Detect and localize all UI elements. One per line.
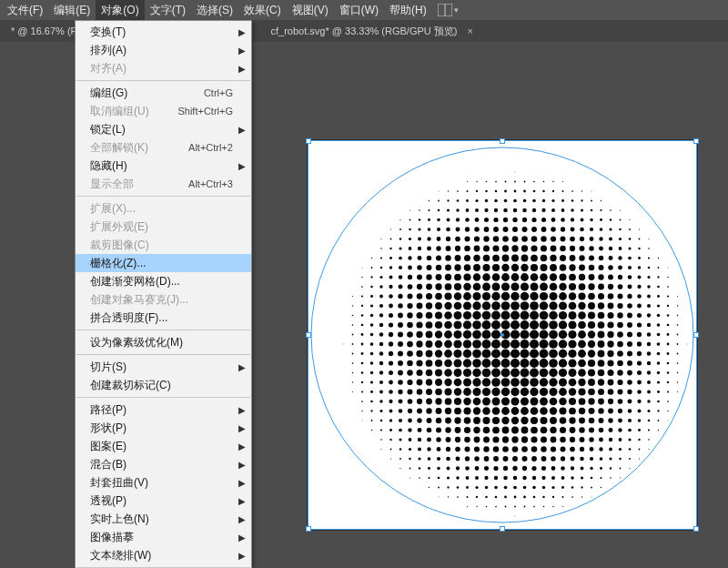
svg-point-417 bbox=[677, 315, 679, 317]
menu-file[interactable]: 文件(F) bbox=[2, 0, 48, 20]
svg-point-486 bbox=[667, 333, 670, 336]
svg-point-688 bbox=[569, 388, 576, 395]
menu-item[interactable]: 实时上色(N)▶ bbox=[76, 510, 251, 528]
menu-item[interactable]: 切片(S)▶ bbox=[76, 358, 251, 376]
menu-item[interactable]: 透视(P)▶ bbox=[76, 492, 251, 510]
menu-item[interactable]: 创建裁切标记(C) bbox=[76, 376, 251, 394]
svg-point-251 bbox=[399, 275, 403, 279]
menu-object[interactable]: 对象(O) bbox=[96, 0, 144, 20]
svg-point-539 bbox=[482, 350, 491, 359]
svg-point-737 bbox=[399, 409, 403, 413]
svg-point-277 bbox=[647, 276, 650, 279]
menu-item[interactable]: 隐藏(H)▶ bbox=[76, 157, 251, 175]
svg-point-173 bbox=[560, 246, 566, 252]
svg-point-759 bbox=[608, 409, 613, 414]
svg-point-537 bbox=[463, 350, 471, 358]
menu-help[interactable]: 帮助(H) bbox=[384, 0, 432, 20]
menu-item[interactable]: 图像描摹▶ bbox=[76, 528, 251, 546]
svg-point-951 bbox=[513, 476, 518, 481]
svg-point-846 bbox=[531, 436, 537, 442]
svg-point-994 bbox=[552, 496, 554, 498]
svg-point-1000 bbox=[476, 506, 477, 507]
svg-point-808 bbox=[455, 427, 461, 433]
svg-point-114 bbox=[541, 227, 547, 232]
svg-point-191 bbox=[445, 255, 450, 260]
chevron-down-icon[interactable]: ▾ bbox=[454, 5, 459, 15]
svg-point-107 bbox=[474, 227, 480, 232]
svg-point-762 bbox=[638, 410, 642, 413]
svg-point-855 bbox=[619, 438, 622, 441]
svg-point-751 bbox=[531, 407, 539, 415]
menu-select[interactable]: 选择(S) bbox=[191, 0, 238, 20]
svg-point-270 bbox=[579, 274, 585, 280]
menu-item[interactable]: 锁定(L)▶ bbox=[76, 120, 251, 138]
menu-item[interactable]: 拼合透明度(F)... bbox=[76, 309, 251, 327]
menu-window[interactable]: 窗口(W) bbox=[334, 0, 384, 20]
svg-point-469 bbox=[500, 330, 510, 339]
menu-item[interactable]: 设为像素级优化(M) bbox=[76, 333, 251, 351]
close-icon[interactable]: × bbox=[468, 25, 473, 36]
svg-point-507 bbox=[520, 340, 529, 349]
menu-effect[interactable]: 效果(C) bbox=[238, 0, 287, 20]
svg-point-944 bbox=[447, 476, 450, 479]
svg-point-852 bbox=[589, 437, 593, 441]
svg-point-976 bbox=[551, 486, 554, 489]
svg-point-526 bbox=[361, 352, 364, 355]
svg-point-359 bbox=[454, 302, 462, 310]
menu-item[interactable]: 变换(T)▶ bbox=[76, 23, 251, 41]
menu-item[interactable]: 文本绕排(W)▶ bbox=[76, 546, 251, 564]
halftone-artwork[interactable] bbox=[308, 140, 697, 530]
svg-point-429 bbox=[453, 320, 461, 329]
artboard[interactable] bbox=[308, 140, 697, 530]
menu-item[interactable]: 编组(G)Ctrl+G bbox=[76, 84, 251, 102]
svg-point-931 bbox=[551, 466, 556, 471]
svg-point-886 bbox=[639, 449, 641, 451]
svg-point-163 bbox=[464, 246, 470, 252]
layout-icon[interactable] bbox=[438, 4, 452, 16]
svg-point-51 bbox=[419, 209, 420, 211]
svg-point-280 bbox=[361, 286, 363, 288]
svg-point-176 bbox=[589, 246, 593, 250]
svg-point-451 bbox=[667, 324, 670, 327]
svg-point-898 bbox=[484, 456, 490, 462]
svg-point-328 bbox=[491, 292, 500, 300]
menu-item[interactable]: 栅格化(Z)... bbox=[76, 254, 251, 272]
svg-point-856 bbox=[628, 438, 631, 441]
svg-point-778 bbox=[473, 417, 480, 424]
svg-point-520 bbox=[647, 342, 652, 347]
menu-item[interactable]: 图案(E)▶ bbox=[76, 437, 251, 455]
svg-point-521 bbox=[657, 342, 661, 346]
svg-point-148 bbox=[599, 237, 602, 240]
menu-item[interactable]: 封套扭曲(V)▶ bbox=[76, 473, 251, 492]
submenu-arrow-icon: ▶ bbox=[238, 532, 246, 543]
menu-view[interactable]: 视图(V) bbox=[287, 0, 334, 20]
menu-edit[interactable]: 编辑(E) bbox=[48, 0, 96, 20]
menu-item[interactable]: 形状(P)▶ bbox=[76, 419, 251, 437]
svg-point-857 bbox=[638, 439, 640, 441]
svg-point-322 bbox=[435, 293, 442, 300]
tab-document-2[interactable]: cf_robot.svg* @ 33.33% (RGB/GPU 预览) × bbox=[262, 20, 482, 42]
menu-item[interactable]: 路径(P)▶ bbox=[76, 401, 251, 419]
menu-item[interactable]: 创建渐变网格(D)... bbox=[76, 272, 251, 290]
menu-type[interactable]: 文字(T) bbox=[145, 0, 191, 20]
svg-point-828 bbox=[648, 429, 650, 431]
svg-point-1005 bbox=[524, 506, 526, 508]
menu-item[interactable]: 排列(A)▶ bbox=[76, 41, 251, 59]
svg-point-544 bbox=[530, 349, 539, 358]
svg-point-482 bbox=[627, 332, 632, 338]
svg-point-797 bbox=[658, 420, 660, 421]
menu-item[interactable]: 混合(B)▶ bbox=[76, 455, 251, 473]
svg-point-254 bbox=[426, 274, 431, 279]
svg-point-95 bbox=[610, 218, 612, 220]
svg-point-838 bbox=[455, 437, 460, 442]
svg-point-777 bbox=[464, 417, 471, 424]
svg-point-681 bbox=[501, 388, 510, 396]
svg-point-284 bbox=[399, 285, 403, 289]
svg-point-483 bbox=[637, 332, 642, 337]
svg-point-885 bbox=[629, 448, 632, 451]
svg-point-197 bbox=[502, 255, 510, 262]
svg-point-453 bbox=[352, 334, 354, 336]
svg-point-674 bbox=[435, 389, 442, 396]
svg-point-574 bbox=[482, 359, 491, 368]
svg-point-533 bbox=[426, 350, 433, 358]
